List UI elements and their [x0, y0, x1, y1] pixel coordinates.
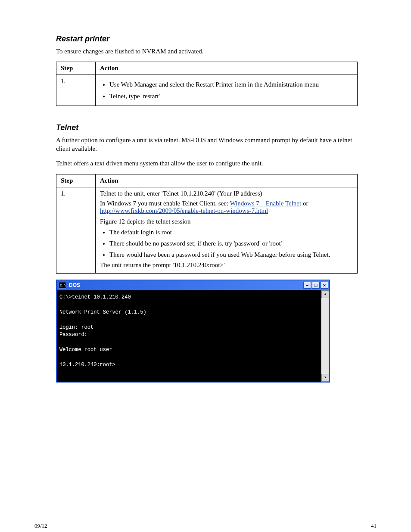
list-item: Use Web Manager and select the Restart P… [109, 80, 353, 89]
minimize-button[interactable]: – [303, 282, 311, 289]
dos-window-title: DOS [68, 282, 303, 288]
terminal-line: login: root [59, 324, 93, 330]
list-item: There would have been a password set if … [109, 250, 353, 259]
action-line-text: or [303, 200, 308, 207]
col-header-action: Action [96, 174, 358, 187]
step-action-cell: Telnet to the unit, enter 'Telnet 10.1.2… [96, 187, 358, 274]
table-row: 1. Telnet to the unit, enter 'Telnet 10.… [56, 187, 358, 274]
telnet-body-1: A further option to configure a unit is … [56, 136, 355, 153]
action-line: Figure 12 depicts the telnet session [100, 218, 353, 225]
page: Restart printer To ensure changes are fl… [0, 0, 411, 532]
action-line: In Windows 7 you must enable Telnet Clie… [100, 200, 353, 215]
table-restart-steps: Step Action 1. Use Web Manager and selec… [56, 62, 358, 106]
action-line-text: In Windows 7 you must enable Telnet Clie… [100, 200, 230, 207]
scroll-down-button[interactable]: ▾ [321, 374, 329, 382]
dos-titlebar[interactable]: C:\ DOS – □ × [57, 280, 329, 290]
step-number: 1. [56, 187, 96, 274]
table-row: 1. Use Web Manager and select the Restar… [56, 75, 358, 106]
terminal-line: Password: [59, 332, 87, 338]
action-line: The unit returns the prompt '10.1.210.24… [100, 261, 353, 269]
terminal-line: C:\>telnet 10.1.210.240 [59, 294, 131, 300]
dos-scrollbar[interactable]: ▴ ▾ [321, 290, 329, 382]
step-action-cell: Use Web Manager and select the Restart P… [96, 75, 358, 106]
table-telnet-steps: Step Action 1. Telnet to the unit, enter… [56, 174, 358, 274]
list-item: Telnet, type 'restart' [109, 92, 353, 100]
dos-window: C:\ DOS – □ × C:\>telnet 10.1.210.240 Ne… [56, 280, 330, 383]
terminal-line: Welcome root user [59, 347, 112, 353]
terminal-line: Network Print Server (1.1.5) [59, 309, 146, 315]
col-header-step: Step [56, 174, 96, 187]
col-header-step: Step [56, 62, 96, 75]
link-enable-telnet[interactable]: Windows 7 – Enable Telnet [230, 200, 302, 207]
terminal-line: 10.1.210.240:root> [59, 362, 115, 368]
table-header-row: Step Action [56, 174, 358, 187]
scroll-up-button[interactable]: ▴ [321, 290, 329, 298]
maximize-button[interactable]: □ [312, 282, 320, 289]
dos-terminal-body[interactable]: C:\>telnet 10.1.210.240 Network Print Se… [57, 290, 321, 382]
svg-text:C:\: C:\ [60, 283, 66, 287]
list-item: There should be no password set; if ther… [109, 239, 353, 248]
table-header-row: Step Action [56, 62, 358, 75]
heading-restart-printer: Restart printer [56, 34, 385, 44]
footer-date: 09/12 [34, 523, 47, 529]
restart-intro-text: To ensure changes are flushed to NVRAM a… [56, 47, 355, 56]
window-control-buttons: – □ × [303, 282, 328, 289]
action-line: Telnet to the unit, enter 'Telnet 10.1.2… [100, 190, 353, 197]
link-fixkb[interactable]: http://www.fixkb.com/2009/05/enable-teln… [100, 207, 268, 214]
heading-telnet: Telnet [56, 123, 385, 132]
telnet-body-2: Telnet offers a text driven menu system … [56, 159, 355, 168]
close-button[interactable]: × [321, 282, 328, 289]
cmd-icon: C:\ [59, 282, 66, 289]
list-item: The default login is root [109, 228, 353, 236]
col-header-action: Action [96, 62, 358, 75]
scroll-track[interactable] [321, 298, 329, 374]
footer-page-number: 41 [371, 523, 377, 529]
step-number: 1. [56, 75, 96, 106]
